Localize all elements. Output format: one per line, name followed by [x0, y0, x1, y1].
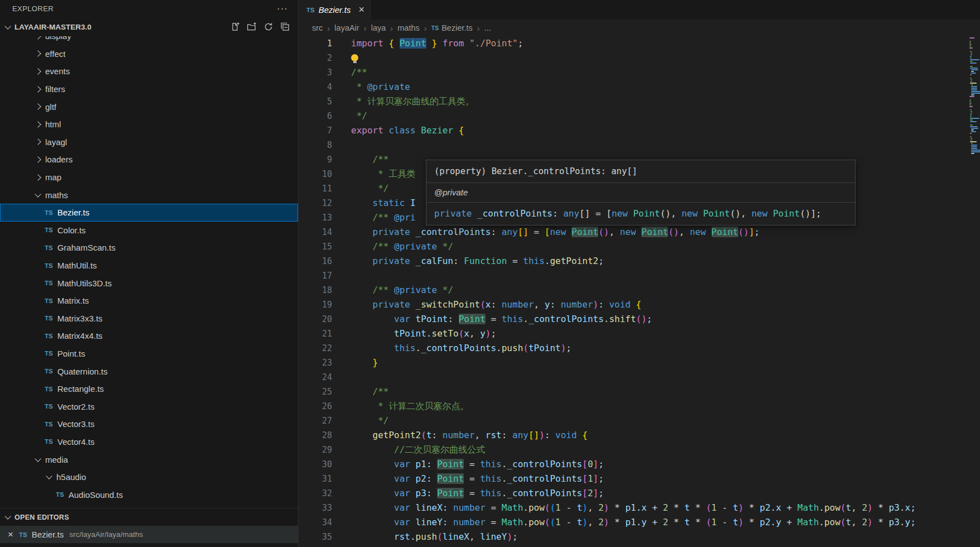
tree-item-mathutil-ts[interactable]: TSMathUtil.ts [0, 257, 298, 275]
hover-declaration: private _controlPoints: any[] = [new Poi… [426, 203, 855, 225]
chevron-right-icon[interactable] [35, 68, 41, 74]
code-line-25[interactable]: 25 /** [299, 385, 969, 399]
code-line-33[interactable]: 33 var lineX: number = Math.pow((1 - t),… [299, 501, 969, 515]
tab-bezier-ts[interactable]: TS Bezier.ts × [299, 0, 371, 20]
tree-item-vector3-ts[interactable]: TSVector3.ts [0, 415, 298, 433]
tree-item-matrix3x3-ts[interactable]: TSMatrix3x3.ts [0, 310, 298, 328]
code-line-4[interactable]: 4 * @private [299, 80, 969, 94]
tree-item-vector4-ts[interactable]: TSVector4.ts [0, 433, 298, 451]
tree-item-audiosound-ts[interactable]: TSAudioSound.ts [0, 486, 298, 503]
chevron-right-icon[interactable] [35, 121, 41, 127]
tree-item-loaders[interactable]: loaders [0, 151, 298, 169]
code-line-1[interactable]: 1import { Point } from "./Point"; [299, 36, 969, 51]
typescript-file-icon: TS [45, 315, 53, 322]
code-line-17[interactable]: 17 [299, 268, 969, 283]
code-line-26[interactable]: 26 * 计算二次贝塞尔点。 [299, 399, 969, 414]
code-line-35[interactable]: 35 rst.push(lineX, lineY); [299, 530, 969, 544]
code-line-31[interactable]: 31 var p2: Point = this._controlPoints[1… [299, 472, 969, 486]
minimap-line [970, 119, 972, 121]
code-line-23[interactable]: 23 } [299, 356, 969, 370]
code-line-16[interactable]: 16 private _calFun: Function = this.getP… [299, 254, 969, 268]
chevron-down-icon[interactable] [4, 513, 11, 519]
close-icon[interactable]: × [359, 4, 365, 16]
chevron-down-icon[interactable] [4, 23, 11, 29]
tree-item-gltf[interactable]: gltf [0, 98, 298, 116]
tree-item-filters[interactable]: filters [0, 80, 298, 98]
code-line-7[interactable]: 7export class Bezier { [299, 123, 969, 138]
open-editor-item[interactable]: × TS Bezier.ts src/layaAir/laya/maths [0, 526, 298, 543]
code-line-15[interactable]: 15 /** @private */ [299, 239, 969, 254]
tree-item-vector2-ts[interactable]: TSVector2.ts [0, 397, 298, 415]
line-number: 28 [299, 428, 332, 443]
tree-item-grahamscan-ts[interactable]: TSGrahamScan.ts [0, 239, 298, 257]
code-line-14[interactable]: 14 private _controlPoints: any[] = [new … [299, 225, 969, 239]
tree-item-quaternion-ts[interactable]: TSQuaternion.ts [0, 362, 298, 380]
code-line-6[interactable]: 6 */ [299, 109, 969, 123]
code-line-28[interactable]: 28 getPoint2(t: number, rst: any[]): voi… [299, 428, 969, 443]
chevron-right-icon[interactable] [35, 104, 41, 110]
chevron-right-icon[interactable] [35, 86, 41, 92]
breadcrumb-item[interactable]: src [312, 23, 323, 32]
code-line-24[interactable]: 24 [299, 370, 969, 385]
tree-item-mathutils3d-ts[interactable]: TSMathUtils3D.ts [0, 274, 298, 292]
vscode-window: { "icons": {"ts": "TS", "close": "×", "m… [0, 0, 980, 547]
hover-tooltip: (property) Bezier._controlPoints: any[] … [426, 160, 856, 225]
code-line-19[interactable]: 19 private _switchPoint(x: number, y: nu… [299, 298, 969, 312]
chevron-down-icon[interactable] [35, 191, 41, 197]
code-line-20[interactable]: 20 var tPoint: Point = this._controlPoin… [299, 312, 969, 327]
new-folder-icon[interactable] [247, 22, 257, 32]
code-line-29[interactable]: 29 //二次贝塞尔曲线公式 [299, 443, 969, 457]
code-line-18[interactable]: 18 /** @private */ [299, 283, 969, 298]
tree-item-rectangle-ts[interactable]: TSRectangle.ts [0, 380, 298, 398]
refresh-icon[interactable] [263, 22, 273, 32]
tree-item-events[interactable]: events [0, 63, 298, 80]
tree-item-html[interactable]: html [0, 116, 298, 133]
code-line-34[interactable]: 34 var lineY: number = Math.pow((1 - t),… [299, 515, 969, 530]
workspace-folder-header[interactable]: LAYAAIR-MASTER3.0 [0, 17, 298, 36]
typescript-file-icon: TS [45, 209, 53, 216]
breadcrumb-item[interactable]: ... [484, 23, 491, 32]
typescript-file-icon: TS [45, 368, 53, 375]
tree-item-media[interactable]: media [0, 450, 298, 468]
code-line-21[interactable]: 21 tPoint.setTo(x, y); [299, 327, 969, 341]
lightbulb-icon[interactable] [351, 54, 358, 61]
tree-item-effect[interactable]: effect [0, 45, 298, 63]
breadcrumb-item[interactable]: layaAir [334, 23, 359, 32]
breadcrumb-item[interactable]: laya [371, 23, 386, 32]
code-line-2[interactable]: 2 [299, 51, 969, 65]
chevron-down-icon[interactable] [46, 473, 52, 479]
open-editors-header[interactable]: OPEN EDITORS [0, 508, 298, 526]
minimap-line [971, 111, 972, 112]
tree-item-color-ts[interactable]: TSColor.ts [0, 222, 298, 239]
breadcrumb-item[interactable]: maths [397, 23, 420, 32]
code-line-22[interactable]: 22 this._controlPoints.push(tPoint); [299, 341, 969, 356]
tree-item-map[interactable]: map [0, 169, 298, 186]
chevron-down-icon[interactable] [35, 455, 41, 462]
close-icon[interactable]: × [8, 529, 13, 540]
collapse-all-icon[interactable] [280, 22, 290, 32]
code-line-5[interactable]: 5 * 计算贝塞尔曲线的工具类。 [299, 94, 969, 109]
code-line-8[interactable]: 8 [299, 138, 969, 152]
tree-item-point-ts[interactable]: TSPoint.ts [0, 345, 298, 363]
code-line-3[interactable]: 3/** [299, 65, 969, 80]
code-line-30[interactable]: 30 var p1: Point = this._controlPoints[0… [299, 457, 969, 472]
tree-item-bezier-ts[interactable]: TSBezier.ts [0, 204, 298, 222]
new-file-icon[interactable] [230, 22, 240, 32]
more-actions-icon[interactable]: ··· [277, 3, 288, 15]
breadcrumb-item[interactable]: TSBezier.ts [431, 23, 473, 32]
line-number: 27 [299, 414, 332, 428]
code-line-32[interactable]: 32 var p3: Point = this._controlPoints[2… [299, 486, 969, 501]
code-line-27[interactable]: 27 */ [299, 414, 969, 428]
chevron-right-icon[interactable] [35, 51, 41, 57]
tree-item-matrix-ts[interactable]: TSMatrix.ts [0, 292, 298, 310]
chevron-right-icon[interactable] [35, 139, 41, 145]
chevron-right-icon[interactable] [35, 156, 41, 162]
tree-item-label: html [45, 119, 61, 129]
tree-item-maths[interactable]: maths [0, 186, 298, 204]
tree-item-layagl[interactable]: layagl [0, 133, 298, 151]
chevron-right-icon[interactable] [35, 174, 41, 180]
tree-item-h5audio[interactable]: h5audio [0, 468, 298, 486]
code-area[interactable]: 1import { Point } from "./Point";23/**4 … [299, 36, 969, 547]
minimap[interactable] [969, 20, 980, 547]
tree-item-matrix4x4-ts[interactable]: TSMatrix4x4.ts [0, 327, 298, 345]
